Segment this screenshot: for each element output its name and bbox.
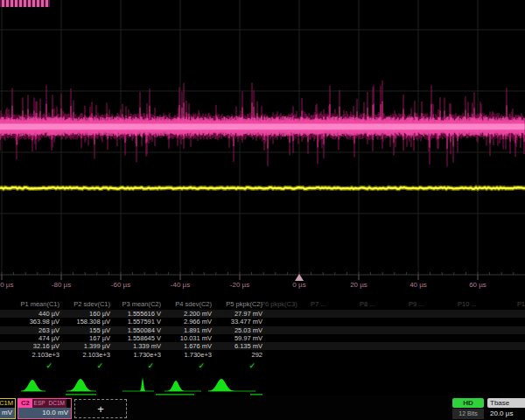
measurement-cell: 1.730e+3	[163, 351, 212, 359]
measurement-cell: 1.399 µV	[61, 342, 110, 350]
time-axis-tick-label: -100 µs	[0, 281, 23, 289]
measurement-header[interactable]: P3 mean(C2)	[112, 300, 161, 309]
measurement-row: 440 µV160 µV1.555616 V2.200 mV27.97 mV	[0, 310, 525, 318]
time-axis-tick-label: 60 µs	[457, 281, 499, 289]
c2-label: C2	[18, 399, 32, 408]
measurement-header-unused[interactable]: P7 ...	[311, 300, 359, 309]
measurement-cell: 1.730e+3	[112, 351, 161, 359]
c2-coupling-badge: DC1M	[47, 399, 66, 408]
measurement-cell: 2.103e+3	[10, 351, 60, 359]
c1-volts-per-div: 500 mV	[0, 408, 15, 418]
measurement-cell: 2.200 mV	[163, 310, 212, 318]
measurement-header-unused[interactable]: P11	[517, 300, 525, 309]
measurement-cell: 2.966 mV	[163, 318, 212, 326]
measurement-cell: 474 µV	[10, 334, 60, 342]
measurement-table: P1 mean(C1)P2 sdev(C1)P3 mean(C2)P4 sdev…	[0, 299, 525, 376]
measurement-cell: 155 µV	[61, 326, 110, 334]
time-axis-tick-label: -60 µs	[100, 281, 142, 289]
measurement-cell: 1.550084 V	[112, 326, 161, 334]
measurement-header[interactable]: P5 pkpk(C2)	[214, 300, 262, 309]
timebase-descriptor[interactable]: Tbase 20.0 µs	[487, 398, 525, 419]
measurement-cell: 1.555616 V	[112, 310, 161, 318]
measurement-cell: 160 µV	[61, 310, 110, 318]
measurement-header[interactable]: P2 sdev(C1)	[61, 300, 110, 309]
waveform-display	[0, 0, 525, 299]
status-check-icon: ✓	[61, 360, 103, 371]
measurement-row: 363.98 µV158.308 µV1.557591 V2.966 mV33.…	[0, 318, 525, 326]
measurement-cell: 32.16 µV	[10, 342, 60, 350]
measurement-header[interactable]: P1 mean(C1)	[10, 300, 60, 309]
measurement-header-unused[interactable]: P8 ...	[360, 300, 408, 309]
measurement-cell: 1.891 mV	[163, 326, 212, 334]
measurement-header-unused[interactable]: P6 pkpk(C3)	[261, 300, 309, 309]
time-axis-tick-label: 0 µs	[278, 281, 320, 289]
measurement-row: 32.16 µV1.399 µV1.339 mV1.676 mV6.135 mV	[0, 342, 525, 350]
measurement-cell: 1.339 mV	[112, 342, 161, 350]
channel-c1-descriptor[interactable]: C1 DC1M 500 mV	[0, 398, 16, 419]
cropped-pink-label	[0, 0, 50, 7]
measurement-cell: 158.308 µV	[61, 318, 110, 326]
measurement-cell: 27.97 mV	[214, 310, 262, 318]
timebase-label: Tbase	[487, 398, 525, 408]
measurement-row: 263 µV155 µV1.550084 V1.891 mV25.03 mV	[0, 326, 525, 334]
measurement-header[interactable]: P4 sdev(C2)	[163, 300, 212, 309]
trigger-position-marker[interactable]	[295, 274, 304, 281]
c2-header: C2ESPDC1M	[18, 399, 71, 408]
measurement-cell: 263 µV	[10, 326, 60, 334]
time-axis-tick-label: -20 µs	[219, 281, 261, 289]
measurement-cell: 10.031 mV	[163, 334, 212, 342]
status-check-icon: ✓	[10, 360, 52, 371]
measurement-cell: 6.135 mV	[214, 342, 262, 350]
status-check-icon: ✓	[163, 360, 205, 371]
c1-header: C1 DC1M	[0, 399, 15, 408]
measurement-cell: 33.477 mV	[214, 318, 262, 326]
parameter-histicons	[0, 376, 525, 397]
measurement-cell: 292	[214, 351, 262, 359]
c2-volts-per-div: 10.0 mV	[18, 408, 71, 418]
measurement-header-unused[interactable]: P9 ...	[409, 300, 457, 309]
measurement-cell: 1.676 mV	[163, 342, 212, 350]
measurement-cell: 440 µV	[10, 310, 60, 318]
measurement-cell: 167 µV	[61, 334, 110, 342]
oscilloscope-screen: -100 µs-80 µs-60 µs-40 µs-20 µs0 µs20 µs…	[0, 0, 525, 420]
measurement-cell: 1.557591 V	[112, 318, 161, 326]
time-axis-tick-label: 20 µs	[338, 281, 380, 289]
status-bar: C1 DC1M 500 mV C2ESPDC1M 10.0 mV + HD 12…	[0, 396, 525, 420]
status-check-icon: ✓	[112, 360, 154, 371]
measurement-cell: 1.558645 V	[112, 334, 161, 342]
plus-icon: +	[97, 402, 104, 416]
timebase-value: 20.0 µs	[487, 408, 525, 418]
measurement-cell: 363.98 µV	[10, 318, 60, 326]
channel-c2-descriptor[interactable]: C2ESPDC1M 10.0 mV	[18, 398, 72, 419]
c2-esp-badge: ESP	[32, 399, 47, 408]
time-axis-tick-label: 40 µs	[397, 281, 439, 289]
measurement-row: 474 µV167 µV1.558645 V10.031 mV59.97 mV	[0, 334, 525, 342]
hd-mode-badge[interactable]: HD	[452, 398, 484, 408]
measurement-row: 2.103e+32.103e+31.730e+31.730e+3292	[0, 351, 525, 359]
add-trace-button[interactable]: +	[74, 399, 127, 418]
c1-label: C1 DC1M	[0, 399, 13, 407]
measurement-cell: 59.97 mV	[214, 334, 262, 342]
measurement-cell: 2.103e+3	[61, 351, 110, 359]
time-axis-tick-label: -80 µs	[40, 281, 82, 289]
time-axis-tick-label: -40 µs	[159, 281, 201, 289]
bit-resolution-label: 12 Bits	[452, 409, 484, 419]
measurement-cell: 25.03 mV	[214, 326, 262, 334]
measurement-header-unused[interactable]: P10 ...	[458, 300, 506, 309]
status-check-icon: ✓	[214, 360, 256, 371]
